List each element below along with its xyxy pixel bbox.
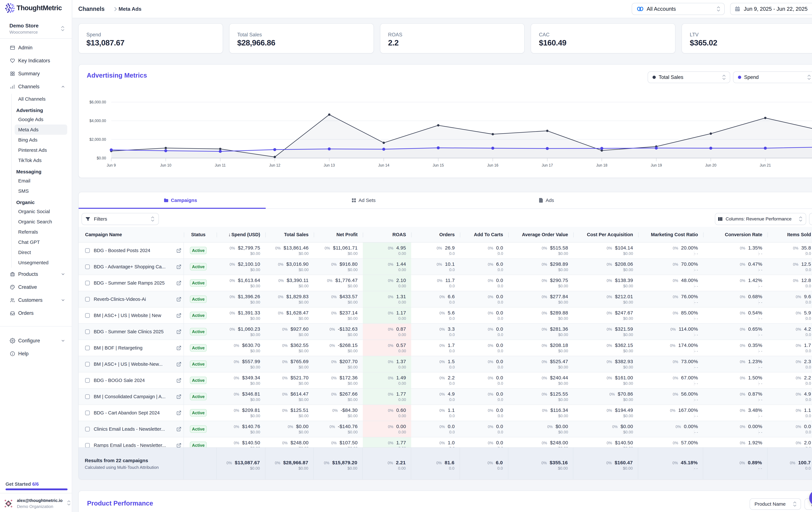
svg-text:$6,000.00: $6,000.00 — [89, 100, 106, 104]
svg-text:Jun 9: Jun 9 — [107, 163, 116, 168]
svg-text:Jun 20: Jun 20 — [705, 163, 716, 168]
svg-text:Jun 11: Jun 11 — [215, 163, 226, 168]
svg-text:Jun 21: Jun 21 — [760, 163, 771, 168]
svg-text:Jun 10: Jun 10 — [160, 163, 171, 168]
svg-text:Jun 18: Jun 18 — [596, 163, 607, 168]
svg-text:Jun 12: Jun 12 — [269, 163, 280, 168]
svg-text:$4,000.00: $4,000.00 — [89, 119, 106, 123]
svg-text:Jun 19: Jun 19 — [651, 163, 662, 168]
svg-text:$2,000.00: $2,000.00 — [89, 137, 106, 142]
svg-text:Jun 17: Jun 17 — [542, 163, 553, 168]
svg-text:Jun 14: Jun 14 — [378, 163, 389, 168]
svg-text:Jun 13: Jun 13 — [324, 163, 335, 168]
svg-text:Jun 16: Jun 16 — [487, 163, 498, 168]
svg-text:Jun 15: Jun 15 — [433, 163, 444, 168]
svg-text:$0.00: $0.00 — [97, 156, 106, 160]
